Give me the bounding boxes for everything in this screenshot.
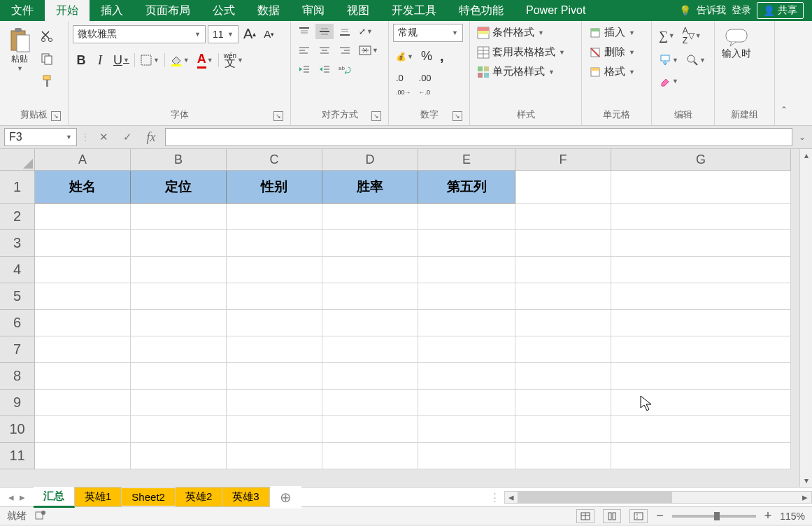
- cell[interactable]: [418, 230, 515, 257]
- cell[interactable]: [611, 416, 791, 443]
- fill-color-button[interactable]: ▼: [167, 52, 192, 69]
- row-header[interactable]: 7: [0, 336, 35, 363]
- cell[interactable]: [227, 336, 322, 363]
- sheet-nav-buttons[interactable]: ◂▸: [0, 491, 34, 504]
- cell[interactable]: 胜率: [322, 171, 418, 204]
- dialog-launcher-icon[interactable]: ↘: [453, 111, 462, 121]
- align-bottom-button[interactable]: [336, 24, 354, 39]
- cell[interactable]: [131, 204, 227, 230]
- zoom-out-button[interactable]: −: [656, 509, 664, 523]
- align-middle-button[interactable]: [315, 24, 334, 39]
- cell[interactable]: [611, 283, 791, 310]
- cell[interactable]: [35, 204, 131, 230]
- scroll-up-button[interactable]: ▴: [800, 149, 812, 162]
- format-as-table-button[interactable]: 套用表格格式▼: [474, 43, 568, 61]
- sheet-tab[interactable]: Sheet2: [122, 488, 176, 506]
- cell[interactable]: 第五列: [418, 171, 515, 204]
- font-name-select[interactable]: 微软雅黑▼: [73, 25, 206, 43]
- cell[interactable]: [515, 204, 611, 230]
- cell[interactable]: [35, 443, 131, 469]
- row-header[interactable]: 1: [0, 171, 35, 204]
- tab-powerpivot[interactable]: Power Pivot: [515, 0, 597, 21]
- cell[interactable]: [611, 443, 791, 469]
- macro-record-icon[interactable]: [35, 509, 46, 523]
- tell-me-button[interactable]: 告诉我: [697, 4, 726, 17]
- zoom-slider[interactable]: [672, 515, 756, 518]
- cell[interactable]: [418, 204, 515, 230]
- orientation-button[interactable]: ⤢▼: [356, 24, 376, 39]
- cell[interactable]: [611, 336, 791, 363]
- view-normal-button[interactable]: [576, 509, 594, 523]
- decrease-font-button[interactable]: A▾: [261, 26, 277, 42]
- sheet-tab[interactable]: 英雄2: [176, 488, 222, 506]
- cell[interactable]: [227, 416, 322, 443]
- format-cells-button[interactable]: 格式▼: [586, 63, 638, 80]
- cell[interactable]: [227, 363, 322, 390]
- cell-styles-button[interactable]: 单元格样式▼: [474, 63, 557, 80]
- formula-input[interactable]: [165, 128, 792, 146]
- italic-button[interactable]: I: [92, 51, 108, 70]
- tab-insert[interactable]: 插入: [90, 0, 134, 21]
- name-box[interactable]: F3▼: [4, 128, 77, 146]
- cell[interactable]: [227, 257, 322, 283]
- comma-button[interactable]: ,: [437, 46, 447, 66]
- cell[interactable]: [515, 336, 611, 363]
- cell[interactable]: [611, 204, 791, 230]
- tab-view[interactable]: 视图: [336, 0, 380, 21]
- cell[interactable]: [322, 336, 418, 363]
- cell[interactable]: [322, 416, 418, 443]
- cell[interactable]: [131, 416, 227, 443]
- scroll-down-button[interactable]: ▾: [800, 474, 812, 487]
- cell[interactable]: [418, 363, 515, 390]
- currency-button[interactable]: 💰▼: [393, 49, 416, 64]
- cell[interactable]: [322, 390, 418, 416]
- login-button[interactable]: 登录: [732, 4, 751, 17]
- cell[interactable]: [35, 416, 131, 443]
- format-painter-button[interactable]: [38, 73, 56, 90]
- align-right-button[interactable]: [336, 43, 354, 58]
- cell[interactable]: [35, 390, 131, 416]
- align-left-button[interactable]: [295, 43, 313, 58]
- sheet-tab[interactable]: 英雄1: [75, 488, 122, 506]
- cell[interactable]: 定位: [131, 171, 227, 204]
- zoom-level-label[interactable]: 115%: [780, 511, 805, 522]
- row-header[interactable]: 9: [0, 390, 35, 416]
- cell[interactable]: [418, 390, 515, 416]
- cell[interactable]: [515, 363, 611, 390]
- cell[interactable]: [611, 310, 791, 336]
- tab-file[interactable]: 文件: [0, 0, 45, 21]
- cell[interactable]: [611, 390, 791, 416]
- expand-formula-button[interactable]: ⌄: [797, 132, 808, 142]
- cut-button[interactable]: [38, 28, 56, 45]
- cell[interactable]: [515, 283, 611, 310]
- cell[interactable]: [418, 283, 515, 310]
- increase-indent-button[interactable]: [315, 62, 334, 77]
- increase-font-button[interactable]: A▴: [241, 24, 259, 44]
- cell[interactable]: [131, 390, 227, 416]
- cell[interactable]: [515, 230, 611, 257]
- cell[interactable]: [131, 336, 227, 363]
- cell[interactable]: [322, 204, 418, 230]
- tab-home[interactable]: 开始: [45, 0, 90, 21]
- view-page-layout-button[interactable]: [603, 509, 621, 523]
- horizontal-scrollbar[interactable]: ◂ ▸: [504, 491, 812, 504]
- row-header[interactable]: 11: [0, 443, 35, 469]
- cell[interactable]: [418, 443, 515, 469]
- tab-review[interactable]: 审阅: [291, 0, 336, 21]
- cancel-fx-button[interactable]: ✕: [94, 129, 113, 145]
- cell[interactable]: [35, 310, 131, 336]
- insert-cells-button[interactable]: 插入▼: [586, 24, 638, 41]
- scroll-right-button[interactable]: ▸: [799, 492, 811, 503]
- cell[interactable]: [418, 416, 515, 443]
- cell[interactable]: [515, 171, 611, 204]
- cell[interactable]: [322, 283, 418, 310]
- cell[interactable]: [35, 336, 131, 363]
- decrease-decimal-button[interactable]: .00←.0: [416, 71, 434, 98]
- row-header[interactable]: 8: [0, 363, 35, 390]
- row-header[interactable]: 4: [0, 257, 35, 283]
- scroll-left-button[interactable]: ◂: [505, 492, 518, 503]
- clear-button[interactable]: ▼: [656, 73, 681, 90]
- tab-page-layout[interactable]: 页面布局: [134, 0, 201, 21]
- sheet-tab-active[interactable]: 汇总: [34, 487, 75, 508]
- zoom-in-button[interactable]: +: [764, 509, 772, 523]
